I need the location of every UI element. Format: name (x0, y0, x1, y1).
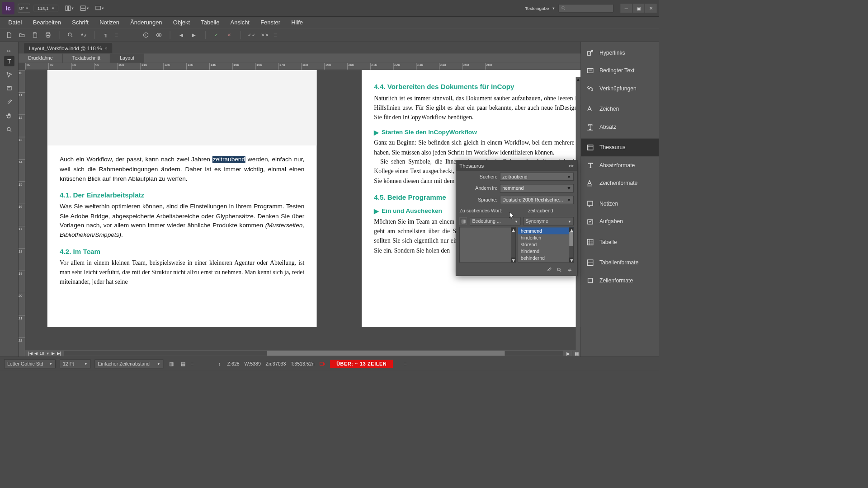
close-window-button[interactable]: ✕ (645, 4, 657, 13)
panel-zeichenformate[interactable]: Zeichenformate (581, 174, 659, 192)
thesaurus-panel[interactable]: Thesaurus▸▸ Suchen: zeitraubend▼ Ändern … (456, 160, 577, 276)
tab-textabschnitt[interactable]: Textabschnitt (63, 53, 110, 62)
font-family-dropdown[interactable]: Letter Gothic Std▼ (4, 359, 56, 368)
pilcrow-icon[interactable]: ¶ (102, 31, 110, 39)
meaning-list[interactable]: ▲▼ (459, 227, 515, 263)
tab-layout[interactable]: Layout (110, 53, 144, 62)
panel-aufgaben[interactable]: Aufgaben (581, 213, 659, 230)
scroll-thumb[interactable] (267, 351, 505, 356)
type-tool-icon[interactable] (4, 56, 14, 66)
menu-notizen[interactable]: Notizen (95, 18, 124, 27)
checkout-icon[interactable] (142, 31, 150, 39)
search-field[interactable]: zeitraubend▼ (500, 173, 574, 181)
eyedropper-tool-icon[interactable] (4, 97, 14, 108)
reject-icon[interactable]: ✕ (225, 31, 233, 39)
open-icon[interactable] (18, 31, 26, 39)
menu-schrift[interactable]: Schrift (67, 18, 94, 27)
position-tool-icon[interactable] (4, 70, 14, 80)
page-number[interactable]: 18 (39, 351, 44, 356)
zoom-tool-icon[interactable] (4, 125, 14, 135)
hand-tool-icon[interactable] (4, 111, 14, 121)
synonym-item[interactable]: behindernd (518, 255, 574, 262)
reject-all-icon[interactable]: ✕✕ (260, 31, 269, 39)
next-page-icon[interactable]: ▶ (52, 351, 55, 356)
note-tool-icon[interactable] (4, 83, 14, 94)
print-icon[interactable] (44, 31, 52, 39)
synonym-list[interactable]: hemmendhinderlichstörendhinderndbehinder… (518, 227, 574, 263)
new-icon[interactable] (5, 31, 13, 39)
panel-verknüpfungen[interactable]: Verknüpfungen (581, 80, 659, 97)
document-tab[interactable]: Layout_Workflow.indd @ 118 %× (24, 43, 112, 54)
body-text[interactable]: Was Sie weiterhin optimieren können, sin… (60, 202, 304, 240)
change-field[interactable]: hemmend▼ (500, 184, 574, 192)
font-size-dropdown[interactable]: 12 Pt▼ (60, 359, 90, 368)
minimize-button[interactable]: ─ (620, 4, 632, 13)
bridge-button[interactable]: Br▼ (18, 4, 30, 13)
page-left[interactable]: Auch ein Workflow, der passt, kann nach … (47, 70, 317, 327)
page-navigator[interactable]: |◀ ◀ 18 ▼ ▶ ▶| (25, 350, 64, 357)
synonym-item[interactable]: hemmend (518, 227, 574, 234)
panel-zeichen[interactable]: Zeichen (581, 100, 659, 118)
view-mode-b-icon[interactable]: ▼ (78, 4, 90, 13)
collapse-icon[interactable]: ▸▸ (569, 163, 574, 169)
lookup-icon[interactable] (557, 267, 562, 273)
panel-absatzformate[interactable]: Absatzformate (581, 156, 659, 174)
preview-icon[interactable] (155, 31, 163, 39)
zoom-dropdown[interactable]: 118,1▼ (33, 5, 58, 12)
panel-menu-2-icon[interactable]: ≡ (274, 31, 277, 38)
maximize-button[interactable]: ▣ (633, 4, 645, 13)
menu-objekt[interactable]: Objekt (168, 18, 195, 27)
menu-tabelle[interactable]: Tabelle (196, 18, 224, 27)
relation-dropdown[interactable]: Synonyme▼ (523, 217, 574, 225)
view-mode-a-icon[interactable]: ▼ (63, 4, 75, 13)
panel-notizen[interactable]: Notizen (581, 195, 659, 212)
body-text[interactable]: Natürlich ist es immer sinnvoll, das Dok… (374, 94, 580, 122)
tab-druckfahne[interactable]: Druckfahne (19, 53, 63, 62)
panel-absatz[interactable]: Absatz (581, 118, 659, 136)
prev-icon[interactable]: ◀ (177, 31, 185, 39)
horizontal-scrollbar[interactable]: ◀ ▶ ▦ (25, 350, 580, 357)
panel-tabellenformate[interactable]: Tabellenformate (581, 254, 659, 272)
panel-tabelle[interactable]: Tabelle (581, 233, 659, 251)
leading-dropdown[interactable]: Einfacher Zeilenabstand▼ (94, 359, 163, 368)
search-input[interactable] (559, 4, 613, 12)
accept-icon[interactable]: ✓ (212, 31, 220, 39)
next-icon[interactable]: ▶ (190, 31, 198, 39)
last-page-icon[interactable]: ▶| (57, 351, 61, 356)
menu-hilfe[interactable]: Hilfe (287, 18, 308, 27)
panel-hyperlinks[interactable]: Hyperlinks (581, 44, 659, 61)
synonym-item[interactable]: hindernd (518, 248, 574, 255)
panel-zellenformate[interactable]: Zellenformate (581, 272, 659, 289)
synonym-item[interactable]: störend (518, 241, 574, 248)
accept-all-icon[interactable]: ✓✓ (248, 31, 256, 39)
body-text[interactable]: Vor allem in einem kleinen Team, beispie… (60, 258, 304, 287)
body-text[interactable]: Auch ein Workflow, der passt, kann nach … (60, 155, 304, 184)
thesaurus-title[interactable]: Thesaurus▸▸ (456, 160, 577, 171)
menu-fenster[interactable]: Fenster (256, 18, 285, 27)
spellcheck-icon[interactable] (79, 31, 87, 39)
synonym-item[interactable]: hinderlich (518, 234, 574, 241)
menu-aenderungen[interactable]: Änderungen (126, 18, 167, 27)
close-tab-icon[interactable]: × (104, 46, 107, 51)
selected-word[interactable]: zeitraubend (212, 156, 245, 163)
column-icon[interactable]: ▥ (167, 360, 175, 368)
workspace-dropdown[interactable]: Texteingabe▼ (525, 6, 555, 11)
load-word-icon[interactable] (546, 267, 552, 273)
first-page-icon[interactable]: |◀ (28, 351, 32, 356)
screen-mode-icon[interactable]: ▼ (94, 4, 106, 13)
menu-bearbeiten[interactable]: Bearbeiten (28, 18, 66, 27)
language-dropdown[interactable]: Deutsch: 2006 Rechtschre...▼ (500, 196, 574, 204)
heading-4-1: 4.1. Der Einzelarbeitsplatz (60, 191, 304, 199)
book-icon[interactable]: ▥ (459, 217, 467, 225)
panel-thesaurus[interactable]: Thesaurus (581, 139, 659, 156)
body-text[interactable]: Ganz zu Beginn: Sie befinden sich gleich… (374, 138, 580, 157)
change-word-icon[interactable] (567, 267, 572, 273)
panel-menu-icon[interactable]: ≡ (115, 31, 118, 38)
align-icon[interactable]: ▦ (179, 360, 187, 368)
panel-bedingter text[interactable]: Bedingter Text (581, 62, 659, 80)
menu-datei[interactable]: Datei (4, 18, 27, 27)
prev-page-icon[interactable]: ◀ (34, 351, 38, 356)
find-icon[interactable] (66, 31, 74, 39)
save-icon[interactable] (31, 31, 39, 39)
menu-ansicht[interactable]: Ansicht (226, 18, 255, 27)
